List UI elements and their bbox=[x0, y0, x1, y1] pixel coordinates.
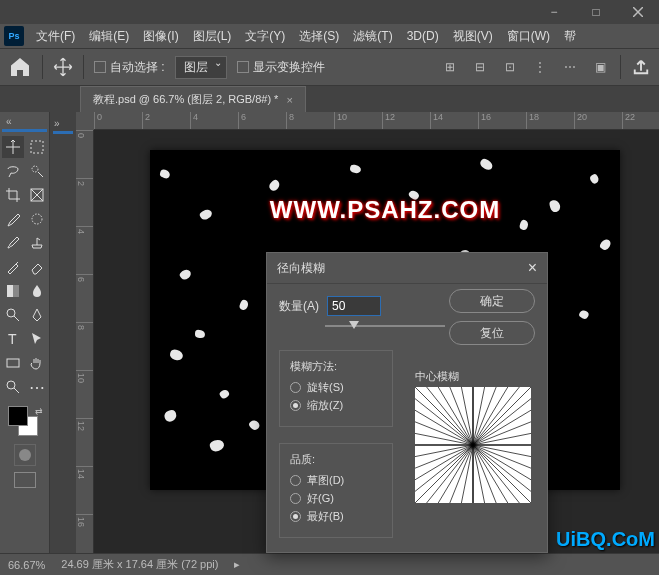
crop-tool[interactable] bbox=[2, 184, 24, 206]
eraser-tool[interactable] bbox=[26, 256, 48, 278]
slider-thumb[interactable] bbox=[349, 321, 359, 329]
menu-layer[interactable]: 图层(L) bbox=[187, 26, 238, 47]
rectangle-tool[interactable] bbox=[2, 352, 24, 374]
svg-line-36 bbox=[415, 422, 473, 445]
history-brush-tool[interactable] bbox=[2, 256, 24, 278]
svg-line-21 bbox=[473, 387, 519, 445]
collapse-icon[interactable]: « bbox=[2, 116, 47, 129]
menu-filter[interactable]: 滤镜(T) bbox=[347, 26, 398, 47]
method-zoom-option[interactable]: 缩放(Z) bbox=[290, 398, 382, 413]
svg-line-22 bbox=[473, 387, 531, 445]
svg-line-30 bbox=[473, 445, 496, 503]
brush-tool[interactable] bbox=[2, 232, 24, 254]
expand-icon[interactable]: » bbox=[54, 118, 60, 129]
separator bbox=[83, 55, 84, 79]
dialog-close-icon[interactable]: × bbox=[528, 259, 537, 277]
path-select-tool[interactable] bbox=[26, 328, 48, 350]
ruler-vertical[interactable]: 0246810121416 bbox=[76, 130, 94, 553]
quick-mask-button[interactable] bbox=[14, 444, 36, 466]
chevron-right-icon[interactable]: ▸ bbox=[234, 558, 240, 571]
3d-icon[interactable]: ▣ bbox=[590, 57, 610, 77]
align-icon[interactable]: ⊡ bbox=[500, 57, 520, 77]
document-tab[interactable]: 教程.psd @ 66.7% (图层 2, RGB/8#) * × bbox=[80, 86, 306, 112]
swap-colors-icon[interactable]: ⇄ bbox=[35, 406, 43, 416]
color-swatches[interactable]: ⇄ bbox=[2, 406, 47, 438]
svg-line-29 bbox=[473, 445, 485, 503]
move-tool[interactable] bbox=[2, 136, 24, 158]
svg-line-19 bbox=[473, 387, 496, 445]
svg-line-26 bbox=[450, 445, 473, 503]
menu-window[interactable]: 窗口(W) bbox=[501, 26, 556, 47]
amount-slider[interactable] bbox=[325, 320, 445, 332]
menu-view[interactable]: 视图(V) bbox=[447, 26, 499, 47]
svg-line-14 bbox=[438, 387, 473, 445]
svg-line-16 bbox=[461, 387, 473, 445]
type-tool[interactable]: T bbox=[2, 328, 24, 350]
show-transform-group[interactable]: 显示变换控件 bbox=[237, 59, 325, 76]
align-icon[interactable]: ⊟ bbox=[470, 57, 490, 77]
menu-select[interactable]: 选择(S) bbox=[293, 26, 345, 47]
svg-line-45 bbox=[473, 422, 531, 445]
lasso-tool[interactable] bbox=[2, 160, 24, 182]
foreground-color-swatch[interactable] bbox=[8, 406, 28, 426]
svg-line-37 bbox=[415, 433, 473, 445]
menu-type[interactable]: 文字(Y) bbox=[239, 26, 291, 47]
amount-input[interactable] bbox=[327, 296, 381, 316]
frame-tool[interactable] bbox=[26, 184, 48, 206]
quality-good-option[interactable]: 好(G) bbox=[290, 491, 382, 506]
menu-help[interactable]: 帮 bbox=[558, 26, 582, 47]
menu-3d[interactable]: 3D(D) bbox=[401, 27, 445, 45]
dodge-tool[interactable] bbox=[2, 304, 24, 326]
maximize-button[interactable]: □ bbox=[575, 0, 617, 24]
target-dropdown[interactable]: 图层 bbox=[175, 56, 227, 79]
zoom-tool[interactable] bbox=[2, 376, 24, 398]
auto-select-checkbox[interactable] bbox=[94, 61, 106, 73]
menu-edit[interactable]: 编辑(E) bbox=[83, 26, 135, 47]
close-button[interactable] bbox=[617, 0, 659, 24]
blur-tool[interactable] bbox=[26, 280, 48, 302]
quality-draft-option[interactable]: 草图(D) bbox=[290, 473, 382, 488]
menu-file[interactable]: 文件(F) bbox=[30, 26, 81, 47]
hand-tool[interactable] bbox=[26, 352, 48, 374]
method-spin-option[interactable]: 旋转(S) bbox=[290, 380, 382, 395]
screen-mode-button[interactable] bbox=[14, 472, 36, 488]
radio-icon[interactable] bbox=[290, 493, 301, 504]
radio-icon[interactable] bbox=[290, 400, 301, 411]
gradient-tool[interactable] bbox=[2, 280, 24, 302]
align-icon[interactable]: ⊞ bbox=[440, 57, 460, 77]
method-legend: 模糊方法: bbox=[290, 359, 382, 374]
zoom-level[interactable]: 66.67% bbox=[8, 559, 45, 571]
auto-select-group[interactable]: 自动选择 : bbox=[94, 59, 165, 76]
clone-stamp-tool[interactable] bbox=[26, 232, 48, 254]
show-transform-checkbox[interactable] bbox=[237, 61, 249, 73]
blur-method-fieldset: 模糊方法: 旋转(S) 缩放(Z) bbox=[279, 350, 393, 427]
distribute-icon[interactable]: ⋮ bbox=[530, 57, 550, 77]
radio-icon[interactable] bbox=[290, 511, 301, 522]
svg-line-51 bbox=[473, 445, 531, 491]
eyedropper-tool[interactable] bbox=[2, 208, 24, 230]
ruler-horizontal[interactable]: 0246810121416182022 bbox=[94, 112, 659, 130]
quality-best-option[interactable]: 最好(B) bbox=[290, 509, 382, 524]
move-tool-icon[interactable] bbox=[53, 57, 73, 77]
minimize-button[interactable]: − bbox=[533, 0, 575, 24]
reset-button[interactable]: 复位 bbox=[449, 321, 535, 345]
show-transform-label: 显示变换控件 bbox=[253, 60, 325, 74]
blur-center-preview[interactable] bbox=[415, 387, 531, 503]
home-icon[interactable] bbox=[8, 55, 32, 79]
share-icon[interactable] bbox=[631, 57, 651, 77]
tab-close-icon[interactable]: × bbox=[286, 94, 292, 106]
edit-toolbar[interactable]: ⋯ bbox=[26, 376, 48, 398]
spot-heal-tool[interactable] bbox=[26, 208, 48, 230]
radio-icon[interactable] bbox=[290, 382, 301, 393]
menu-image[interactable]: 图像(I) bbox=[137, 26, 184, 47]
ok-button[interactable]: 确定 bbox=[449, 289, 535, 313]
svg-line-18 bbox=[473, 387, 485, 445]
more-icon[interactable]: ⋯ bbox=[560, 57, 580, 77]
menubar: Ps 文件(F) 编辑(E) 图像(I) 图层(L) 文字(Y) 选择(S) 滤… bbox=[0, 24, 659, 48]
quick-select-tool[interactable] bbox=[26, 160, 48, 182]
pen-tool[interactable] bbox=[26, 304, 48, 326]
marquee-tool[interactable] bbox=[26, 136, 48, 158]
radio-icon[interactable] bbox=[290, 475, 301, 486]
accent-bar bbox=[53, 131, 73, 134]
svg-line-27 bbox=[461, 445, 473, 503]
